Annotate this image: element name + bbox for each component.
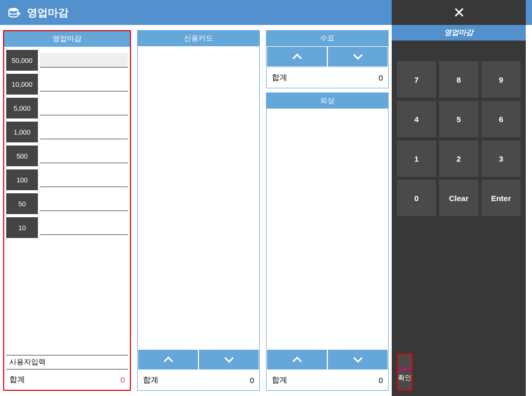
denom-row: 5,000 [6,98,128,118]
key-0[interactable]: 0 [397,180,436,216]
denom-10000-input[interactable] [40,77,128,91]
credit-total-label: 합계 [272,375,287,385]
key-4[interactable]: 4 [397,101,436,137]
denom-row: 50,000 [6,50,128,71]
check-panel-header: 수표 [267,31,388,46]
chevron-up-icon [292,357,302,363]
denom-row: 10,000 [6,74,128,95]
card-down-button[interactable] [198,349,259,370]
close-button[interactable]: ✕ [453,4,465,21]
chevron-down-icon [353,54,363,60]
denomination-list: 50,000 10,000 5,000 1,000 500 100 [4,47,130,244]
check-nav-row [267,46,388,67]
key-clear[interactable]: Clear [439,180,478,216]
card-panel-header: 신용카드 [138,31,259,46]
card-nav-row [138,349,259,370]
denom-1000-input[interactable] [40,125,128,139]
cash-total-label: 합계 [9,375,25,385]
credit-up-button[interactable] [267,349,327,370]
denom-50000-button[interactable]: 50,000 [6,50,38,71]
key-8[interactable]: 8 [439,61,478,98]
card-up-button[interactable] [138,349,198,370]
key-enter[interactable]: Enter [482,180,521,216]
keypad: 7 8 9 4 5 6 1 2 3 0 Clear Enter [392,41,526,221]
credit-nav-row [267,349,388,370]
denom-5000-input[interactable] [40,101,128,115]
check-up-button[interactable] [267,46,327,67]
logo-icon [6,4,23,21]
key-9[interactable]: 9 [482,61,521,98]
confirm-wrap: ↓ 확인 [392,348,526,396]
check-panel: 수표 합계 0 [266,30,389,88]
credit-down-button[interactable] [327,349,388,370]
credit-panel-header: 외상 [267,93,388,109]
denom-row: 50 [6,193,128,214]
key-6[interactable]: 6 [482,101,521,137]
key-7[interactable]: 7 [397,61,436,98]
key-3[interactable]: 3 [482,140,521,177]
check-subtotal-value: 0 [379,73,383,82]
cash-total-value: 0 [121,375,125,384]
card-panel: 신용카드 합계 0 [137,30,260,391]
card-total-row: 합계 0 [138,370,259,390]
chevron-down-icon [353,357,363,363]
side-panel-header: 영업마감 [392,25,526,41]
right-column: 수표 합계 0 외상 [266,30,389,391]
download-icon: ↓ [398,362,411,370]
denom-50-input[interactable] [40,196,128,211]
denom-row: 100 [6,169,128,190]
cash-total-row: 합계 0 [4,369,130,390]
side-topbar: ✕ [392,0,526,25]
denom-500-input[interactable] [40,149,128,163]
key-1[interactable]: 1 [397,140,436,177]
key-2[interactable]: 2 [439,140,478,177]
confirm-label: 확인 [398,373,411,382]
denom-50000-input[interactable] [40,53,128,68]
check-down-button[interactable] [327,46,388,67]
close-icon: ✕ [453,5,465,21]
credit-list-area [267,109,388,349]
card-total-value: 0 [250,376,254,385]
denom-50-button[interactable]: 50 [6,193,38,214]
credit-total-row: 합계 0 [267,370,388,390]
chevron-down-icon [224,357,234,363]
credit-panel: 외상 합계 0 [266,93,389,391]
key-5[interactable]: 5 [439,101,478,137]
denom-row: 500 [6,146,128,166]
check-subtotal-row: 합계 0 [267,67,388,88]
denom-10-input[interactable] [40,220,128,235]
check-subtotal-label: 합계 [272,73,287,83]
denom-10-button[interactable]: 10 [6,217,38,238]
main-area: 영업마감 50,000 10,000 5,000 1,000 500 [0,25,532,396]
chevron-up-icon [292,54,302,60]
denom-5000-button[interactable]: 5,000 [6,98,38,118]
denom-500-button[interactable]: 500 [6,146,38,166]
user-input-label: 사용자입력 [6,355,128,369]
denom-100-button[interactable]: 100 [6,169,38,190]
confirm-button[interactable]: ↓ 확인 [397,353,413,391]
svg-point-0 [9,8,18,11]
denom-10000-button[interactable]: 10,000 [6,74,38,95]
card-list-area [138,46,259,349]
cash-panel: 영업마감 50,000 10,000 5,000 1,000 500 [3,30,131,391]
denom-row: 10 [6,217,128,238]
card-total-label: 합계 [143,375,158,385]
denom-100-input[interactable] [40,173,128,187]
side-panel: ✕ 영업마감 7 8 9 4 5 6 1 2 3 0 Clear Enter ↓… [392,25,526,396]
chevron-up-icon [163,357,174,363]
denom-1000-button[interactable]: 1,000 [6,122,38,142]
page-title: 영업마감 [27,6,69,20]
credit-total-value: 0 [379,376,383,385]
denom-row: 1,000 [6,122,128,142]
cash-panel-header: 영업마감 [4,31,130,47]
